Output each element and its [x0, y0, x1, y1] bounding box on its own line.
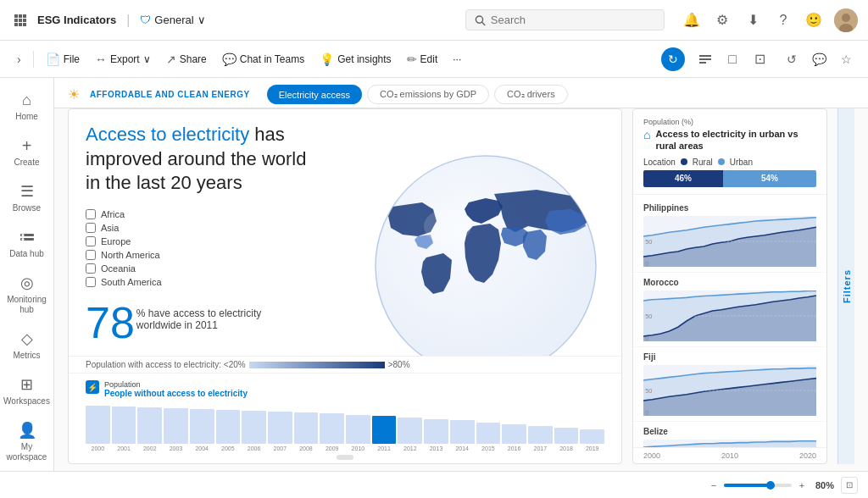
separator: | [126, 13, 130, 28]
bars-container [86, 401, 604, 444]
fit-button[interactable]: ⊡ [841, 477, 858, 494]
bar-2016 [502, 424, 526, 444]
zoom-plus-button[interactable]: + [795, 479, 809, 492]
avatar[interactable] [834, 8, 858, 32]
home-icon: ⌂ [17, 90, 37, 110]
sidebar-item-myworkspace[interactable]: 👤 My workspace [3, 415, 51, 468]
app-grid-icon[interactable] [10, 10, 31, 30]
download-icon[interactable]: ⬇ [743, 10, 763, 30]
bar-year-2005: 2005 [216, 445, 241, 451]
file-icon: 📄 [46, 53, 60, 66]
settings-icon[interactable]: ⚙ [712, 10, 732, 30]
sidebar-item-workspaces[interactable]: ⊞ Workspaces [3, 369, 51, 412]
big-number: 78 [86, 301, 135, 345]
tab-co2gdp[interactable]: CO₂ emissions by GDP [367, 85, 489, 104]
zoom-bar: − + 80% ⊡ [0, 471, 868, 498]
zoom-percent: 80% [815, 480, 834, 490]
svg-rect-2 [23, 14, 26, 18]
comment-button[interactable]: 💬 [807, 47, 831, 71]
sidebar-item-create[interactable]: + Create [3, 130, 51, 173]
bar-2014 [450, 420, 475, 444]
svg-line-10 [482, 22, 485, 25]
search-box[interactable] [465, 9, 665, 30]
zoom-slider: − + [707, 479, 809, 492]
side-panel: Population (%) ⌂ Access to electricity i… [632, 108, 827, 464]
chart-title-area: ⚡ Population People without access to el… [86, 380, 604, 398]
window-view-button[interactable]: □ [721, 47, 744, 71]
location-label: Location [643, 158, 676, 167]
bar-year-2000: 2000 [86, 445, 110, 451]
zoom-minus-button[interactable]: − [707, 479, 721, 492]
x-label-2000: 2000 [643, 451, 660, 460]
svg-text:0: 0 [645, 408, 648, 415]
svg-rect-6 [14, 23, 18, 26]
edit-button[interactable]: ✏ Edit [400, 49, 445, 69]
sidebar-item-metrics[interactable]: ◇ Metrics [3, 324, 51, 366]
svg-point-12 [842, 14, 850, 22]
filters-panel[interactable]: Filters [837, 108, 854, 464]
sidebar-item-monitoring[interactable]: ◎ Monitoring hub [3, 268, 51, 320]
slider-dot[interactable] [337, 455, 353, 460]
emoji-icon[interactable]: 🙂 [804, 10, 824, 30]
bar-split-row: 46% 54% [643, 170, 816, 187]
zoom-thumb[interactable] [766, 481, 775, 490]
export-button[interactable]: ↔ Export ∨ [88, 49, 158, 69]
bar-2009 [320, 413, 344, 444]
bar-year-2002: 2002 [137, 445, 162, 451]
search-input[interactable] [491, 14, 655, 26]
tab-electricity[interactable]: Electricity access [267, 85, 362, 104]
fullscreen-button[interactable]: ⊡ [748, 47, 771, 71]
tab-co2drivers[interactable]: CO₂ drivers [494, 85, 568, 104]
svg-point-19 [21, 234, 24, 236]
page-tag: AFFORDABLE AND CLEAN ENERGY [90, 90, 250, 99]
svg-rect-0 [14, 14, 18, 18]
svg-rect-4 [19, 19, 22, 22]
bar-year-2016: 2016 [502, 445, 526, 451]
more-button[interactable]: ··· [446, 50, 468, 69]
rural-label: Rural [693, 158, 713, 167]
share-button[interactable]: ↗ Share [159, 49, 214, 69]
myworkspace-icon: 👤 [17, 420, 37, 440]
top-icons: 🔔 ⚙ ⬇ ? 🙂 [682, 8, 858, 32]
expand-button[interactable]: › [10, 49, 28, 69]
country-section-morocco: Morocco 100 50 0 [633, 273, 826, 347]
x-label-2010: 2010 [721, 451, 738, 460]
prev-button[interactable]: ↺ [780, 47, 804, 71]
sidebar-item-datahub[interactable]: Data hub [3, 222, 51, 264]
bookmark-button[interactable]: ☆ [834, 47, 858, 71]
sidebar-item-home[interactable]: ⌂ Home [3, 85, 51, 127]
legend: Population with access to electricity: <… [69, 356, 621, 373]
stat-suffix: % have access to electricity [136, 307, 261, 319]
bar-year-2003: 2003 [164, 445, 188, 451]
headline: Access to electricity hasimproved around… [86, 123, 323, 196]
view-buttons: □ ⊡ [693, 47, 771, 71]
help-icon[interactable]: ? [773, 10, 793, 30]
bar-year-2013: 2013 [424, 445, 448, 451]
side-panel-body[interactable]: Philippines 100 50 0 Morocco 100 50 0 Fi… [633, 195, 826, 447]
urban-dot [718, 158, 725, 165]
bar-split-left: 46% [643, 170, 723, 187]
bar-2003 [164, 408, 188, 444]
x-label-2020: 2020 [799, 451, 816, 460]
svg-rect-3 [14, 19, 18, 22]
bar-2013 [424, 419, 448, 444]
chart-icon: ⚡ [86, 380, 99, 394]
file-button[interactable]: 📄 File [39, 49, 86, 69]
refresh-button[interactable]: ↻ [661, 47, 685, 71]
side-panel-header: Population (%) ⌂ Access to electricity i… [633, 109, 826, 195]
bar-2018 [554, 428, 579, 444]
bar-year-2010: 2010 [346, 445, 370, 451]
notification-icon[interactable]: 🔔 [682, 10, 702, 30]
sidebar-item-browse[interactable]: ☰ Browse [3, 176, 51, 219]
zoom-track[interactable] [724, 484, 792, 487]
bar-2000 [86, 406, 110, 444]
svg-text:0: 0 [645, 259, 648, 266]
chat-button[interactable]: 💬 Chat in Teams [215, 49, 311, 69]
expand-icon: › [17, 53, 21, 66]
bar-year-2012: 2012 [398, 445, 422, 451]
bar-2001 [112, 407, 136, 444]
breadcrumb[interactable]: 🛡 General ∨ [140, 14, 205, 26]
reading-view-button[interactable] [693, 47, 717, 71]
insights-button[interactable]: 💡 Get insights [313, 49, 398, 69]
bar-year-2015: 2015 [476, 445, 501, 451]
